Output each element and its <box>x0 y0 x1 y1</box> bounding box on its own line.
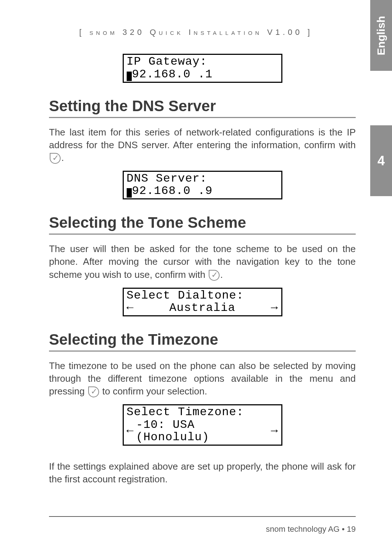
body-after: . <box>61 152 64 163</box>
rule <box>49 117 356 118</box>
side-tab-chapter: 4 <box>370 125 392 196</box>
arrow-right-icon: → <box>271 425 278 438</box>
lcd-line2: 92.168.0 .9 <box>127 185 278 198</box>
lcd-line1: Select Dialtone: <box>127 289 278 302</box>
body-text: The last item for this series of network… <box>49 127 356 150</box>
lcd-line1: IP Gateway: <box>127 56 278 68</box>
check-icon <box>209 270 220 281</box>
lcd-line2: ← -10: USA (Honolulu) → <box>127 419 278 444</box>
lcd-line1: DNS Server: <box>127 173 278 185</box>
rule <box>49 234 356 235</box>
body-after: . <box>220 269 223 280</box>
lcd-value: Australia <box>170 302 236 315</box>
cursor-icon <box>127 72 132 81</box>
body-timezone: The timezone to be used on the phone can… <box>49 360 356 398</box>
heading-dns: Setting the DNS Server <box>49 97 356 115</box>
page-content: IP Gateway: 92.168.0 .1 Setting the DNS … <box>49 47 356 491</box>
heading-tone: Selecting the Tone Scheme <box>49 214 356 231</box>
check-icon <box>50 153 61 164</box>
lcd-line2: ← Australia → <box>127 302 278 315</box>
closing-paragraph: If the settings explained above are set … <box>49 460 356 486</box>
arrow-left-icon: ← <box>127 425 134 438</box>
lcd-dialtone: Select Dialtone: ← Australia → <box>123 288 282 316</box>
cursor-icon <box>127 188 132 198</box>
lcd-value: -10: USA (Honolulu) <box>134 419 271 444</box>
check-icon <box>88 386 99 397</box>
running-head: [ snom 320 Quick Installation V1.00 ] <box>0 28 392 37</box>
lcd-timezone: Select Timezone: ← -10: USA (Honolulu) → <box>123 404 282 446</box>
heading-timezone: Selecting the Timezone <box>49 331 356 348</box>
body-dns: The last item for this series of network… <box>49 126 356 164</box>
lcd-ip-gateway: IP Gateway: 92.168.0 .1 <box>123 54 282 83</box>
lcd-line1: Select Timezone: <box>127 406 278 419</box>
body-after: to confirm your selection. <box>100 386 207 397</box>
body-text: The user will then be asked for the tone… <box>49 243 356 280</box>
lcd-line2: 92.168.0 .1 <box>127 68 278 81</box>
page-footer: snom technology AG • 19 <box>266 524 356 534</box>
lcd-value: 92.168.0 .1 <box>132 68 213 81</box>
arrow-right-icon: → <box>271 302 278 315</box>
rule <box>49 351 356 352</box>
footer-rule <box>49 516 356 517</box>
arrow-left-icon: ← <box>127 302 134 315</box>
body-tone: The user will then be asked for the tone… <box>49 243 356 281</box>
lcd-dns-server: DNS Server: 92.168.0 .9 <box>123 171 282 200</box>
lcd-value: 92.168.0 .9 <box>132 184 213 198</box>
chapter-number: 4 <box>377 153 385 169</box>
